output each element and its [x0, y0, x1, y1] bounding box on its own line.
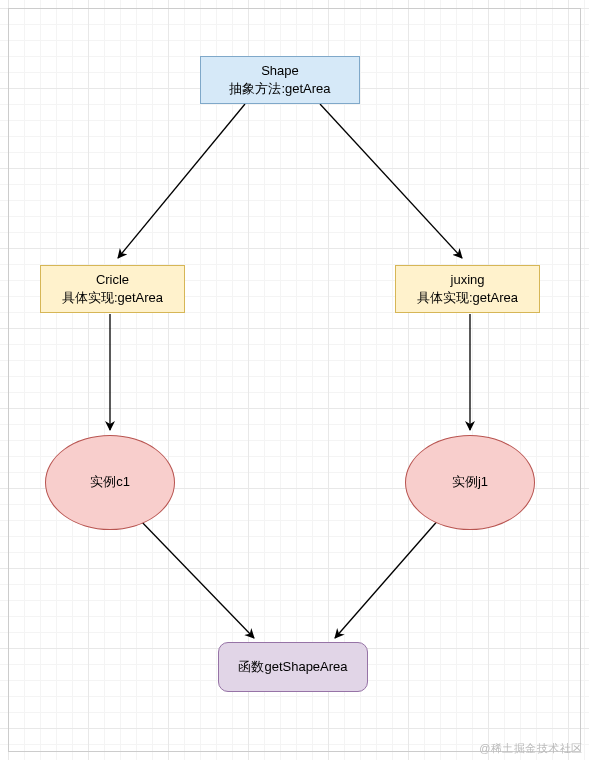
node-func: 函数getShapeArea [218, 642, 368, 692]
node-shape-subtitle: 抽象方法:getArea [229, 80, 330, 98]
node-j1-label: 实例j1 [452, 473, 488, 491]
node-shape: Shape 抽象方法:getArea [200, 56, 360, 104]
watermark: @稀土掘金技术社区 [479, 741, 583, 756]
node-juxing-subtitle: 具体实现:getArea [417, 289, 518, 307]
node-c1: 实例c1 [45, 435, 175, 530]
node-shape-title: Shape [261, 62, 299, 80]
node-c1-label: 实例c1 [90, 473, 130, 491]
node-func-label: 函数getShapeArea [238, 658, 347, 676]
node-juxing-title: juxing [451, 271, 485, 289]
node-juxing: juxing 具体实现:getArea [395, 265, 540, 313]
node-j1: 实例j1 [405, 435, 535, 530]
node-circle-title: Cricle [96, 271, 129, 289]
node-circle: Cricle 具体实现:getArea [40, 265, 185, 313]
node-circle-subtitle: 具体实现:getArea [62, 289, 163, 307]
